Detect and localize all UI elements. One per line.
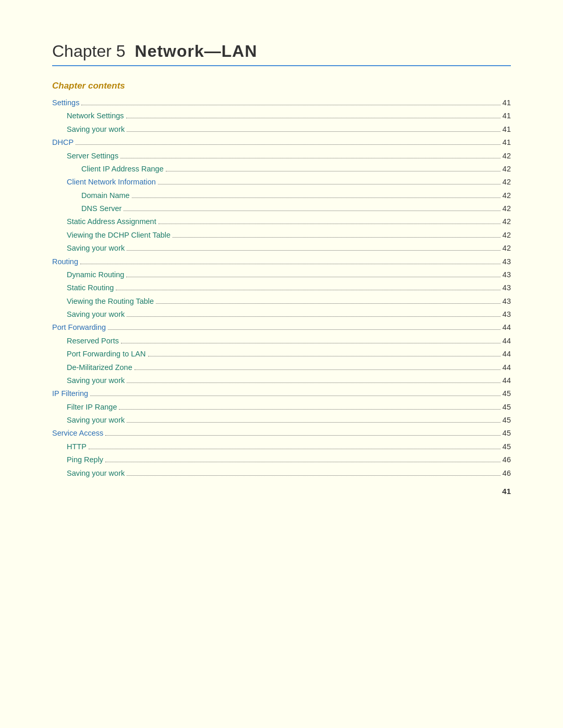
toc-item-page: 46 [503,467,511,480]
toc-item-dots [126,118,500,118]
toc-item-page: 43 [503,281,511,294]
toc-item: Ping Reply 46 [52,453,511,466]
toc-item-text: Settings [52,96,79,109]
toc-item: Network Settings 41 [52,109,511,122]
toc-item: HTTP 45 [52,440,511,453]
toc-item-page: 46 [503,453,511,466]
toc-item-text: DHCP [52,136,74,149]
toc-item-page: 42 [503,176,511,189]
toc-item-text: DNS Server [81,202,121,215]
toc-item-page: 45 [503,414,511,427]
toc-item: Saving your work 43 [52,308,511,321]
toc-item-text: IP Filtering [52,387,88,400]
toc-item-page: 43 [503,255,511,268]
toc-list: Settings41Network Settings 41Saving your… [52,96,511,480]
toc-item: Saving your work 44 [52,374,511,387]
toc-item-dots [126,277,500,277]
chapter-title: Network—LAN [135,42,258,61]
toc-item-text: Saving your work [67,467,125,480]
toc-item: Viewing the Routing Table 43 [52,295,511,308]
toc-item-text: Viewing the Routing Table [67,295,154,308]
toc-item-text: HTTP [67,440,87,453]
toc-item-text: Server Settings [67,150,118,163]
toc-item-dots [127,422,500,423]
toc-item-dots [127,131,500,132]
toc-item: Saving your work 45 [52,414,511,427]
toc-item-text: Saving your work [67,374,125,387]
toc-item: Client Network Information 42 [52,176,511,189]
toc-item-dots [89,449,500,449]
toc-item-page: 41 [503,136,511,149]
toc-item-page: 41 [503,96,511,109]
toc-item-dots [134,369,500,370]
page: Chapter 5 Network—LAN Chapter contents S… [0,0,563,522]
toc-item-text: Saving your work [67,414,125,427]
toc-item: Service Access 45 [52,427,511,440]
page-number: 41 [502,487,511,496]
toc-item-page: 45 [503,401,511,414]
toc-item: IP Filtering45 [52,387,511,400]
toc-item: Static Address Assignment 42 [52,215,511,228]
chapter-divider [52,65,511,66]
toc-item-text: Routing [52,255,78,268]
toc-item-page: 43 [503,268,511,281]
toc-item-page: 43 [503,308,511,321]
toc-item-dots [132,198,500,198]
toc-item-text: Reserved Ports [67,335,119,348]
toc-item-text: Saving your work [67,242,125,255]
toc-item: DNS Server 42 [52,202,511,215]
toc-item-page: 44 [503,348,511,361]
toc-item-page: 43 [503,295,511,308]
toc-item-dots [120,158,500,158]
toc-item-page: 44 [503,361,511,374]
toc-item-page: 41 [503,123,511,136]
toc-item-dots [127,382,500,383]
toc-item-page: 42 [503,163,511,176]
toc-item-dots [166,171,500,171]
toc-item-dots [81,105,500,105]
contents-heading: Chapter contents [52,81,511,91]
toc-item-text: Viewing the DCHP Client Table [67,229,170,242]
toc-item: Client IP Address Range 42 [52,163,511,176]
toc-item: Reserved Ports 44 [52,335,511,348]
toc-item: De-Militarized Zone 44 [52,361,511,374]
toc-item-text: Dynamic Routing [67,268,124,281]
toc-item: Port Forwarding to LAN 44 [52,348,511,361]
chapter-heading: Chapter 5 Network—LAN [52,42,511,61]
toc-item-dots [105,462,500,462]
toc-item-text: Service Access [52,427,103,440]
toc-item: Dynamic Routing 43 [52,268,511,281]
toc-item-page: 44 [503,374,511,387]
toc-item-page: 41 [503,109,511,122]
toc-item-text: Client IP Address Range [81,163,164,176]
toc-item: DHCP41 [52,136,511,149]
toc-item-page: 42 [503,189,511,202]
toc-item-dots [108,329,500,330]
toc-item-text: De-Militarized Zone [67,361,132,374]
toc-item-text: Static Address Assignment [67,215,156,228]
toc-item-text: Domain Name [81,189,130,202]
toc-item-dots [80,264,500,264]
toc-item-dots [121,343,500,343]
toc-item-dots [148,356,500,356]
toc-item: Saving your work 42 [52,242,511,255]
toc-item: Routing43 [52,255,511,268]
toc-item-dots [105,435,500,436]
toc-item-page: 42 [503,202,511,215]
toc-item: Static Routing 43 [52,281,511,294]
toc-item-dots [124,211,500,211]
toc-item: Saving your work 46 [52,467,511,480]
toc-item-dots [76,144,500,145]
toc-item-text: Saving your work [67,308,125,321]
toc-item: Saving your work 41 [52,123,511,136]
toc-item-page: 45 [503,387,511,400]
toc-item-text: Static Routing [67,281,114,294]
toc-item-page: 44 [503,335,511,348]
toc-item-page: 42 [503,150,511,163]
toc-item-dots [158,184,500,184]
toc-item-text: Client Network Information [67,176,156,189]
toc-item-text: Filter IP Range [67,401,117,414]
toc-item-text: Port Forwarding [52,321,106,334]
toc-item-dots [90,396,500,396]
toc-item-dots [119,409,500,410]
